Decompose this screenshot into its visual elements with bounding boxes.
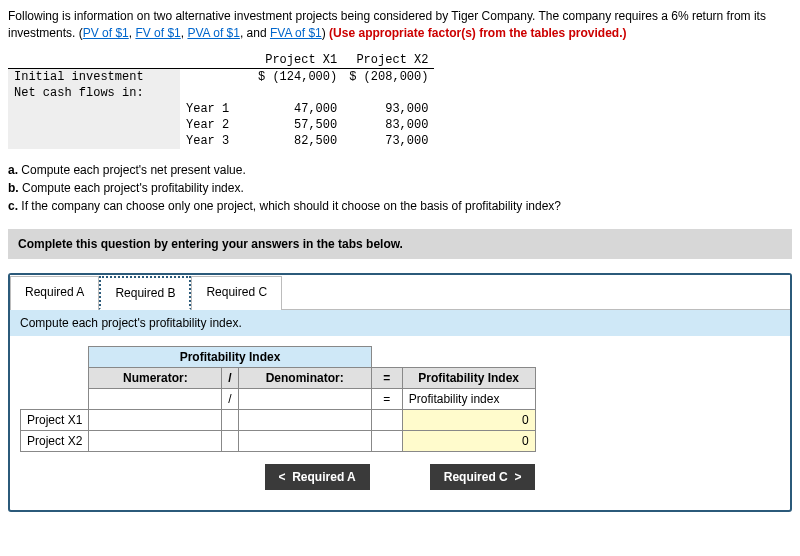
table-row: Year 3 82,500 73,000 (8, 133, 434, 149)
tabs-container: Required A Required B Required C Compute… (8, 273, 792, 512)
question-list: a. Compute each project's net present va… (8, 161, 792, 215)
x2-result: 0 (402, 430, 535, 451)
result-header: Profitability Index (402, 367, 535, 388)
row-project-x2: Project X2 (21, 430, 89, 451)
investment-data-table: Project X1 Project X2 Initial investment… (8, 52, 434, 149)
tab-instruction: Compute each project's profitability ind… (10, 310, 790, 336)
numerator-label-input[interactable] (89, 388, 222, 409)
numerator-header: Numerator: (89, 367, 222, 388)
denominator-header: Denominator: (238, 367, 371, 388)
denominator-label-input[interactable] (238, 388, 371, 409)
intro-text: Following is information on two alternat… (8, 8, 792, 42)
slash-header: / (222, 367, 238, 388)
x1-result: 0 (402, 409, 535, 430)
row-project-x1: Project X1 (21, 409, 89, 430)
link-fv[interactable]: FV of $1 (135, 26, 180, 40)
tab-required-c[interactable]: Required C (191, 276, 282, 310)
equals-header: = (371, 367, 402, 388)
result-label: Profitability index (402, 388, 535, 409)
x2-numerator-input[interactable] (89, 430, 222, 451)
x2-denominator-input[interactable] (238, 430, 371, 451)
tab-required-b[interactable]: Required B (99, 276, 191, 310)
table-row: Net cash flows in: (8, 85, 434, 101)
table-row: Year 2 57,500 83,000 (8, 117, 434, 133)
pi-top-header: Profitability Index (89, 346, 371, 367)
link-pva[interactable]: PVA of $1 (187, 26, 239, 40)
intro-red: (Use appropriate factor(s) from the tabl… (329, 26, 626, 40)
link-fva[interactable]: FVA of $1 (270, 26, 322, 40)
prev-button[interactable]: < Required A (265, 464, 370, 490)
link-pv[interactable]: PV of $1 (83, 26, 129, 40)
x1-denominator-input[interactable] (238, 409, 371, 430)
instruction-bar: Complete this question by entering your … (8, 229, 792, 259)
table-row: Year 1 47,000 93,000 (8, 101, 434, 117)
chevron-left-icon: < (279, 470, 286, 484)
tab-required-a[interactable]: Required A (10, 276, 99, 310)
x1-numerator-input[interactable] (89, 409, 222, 430)
table-row: Initial investment $ (124,000) $ (208,00… (8, 68, 434, 85)
chevron-right-icon: > (514, 470, 521, 484)
profitability-index-table: Profitability Index Numerator: / Denomin… (20, 346, 536, 452)
next-button[interactable]: Required C > (430, 464, 536, 490)
